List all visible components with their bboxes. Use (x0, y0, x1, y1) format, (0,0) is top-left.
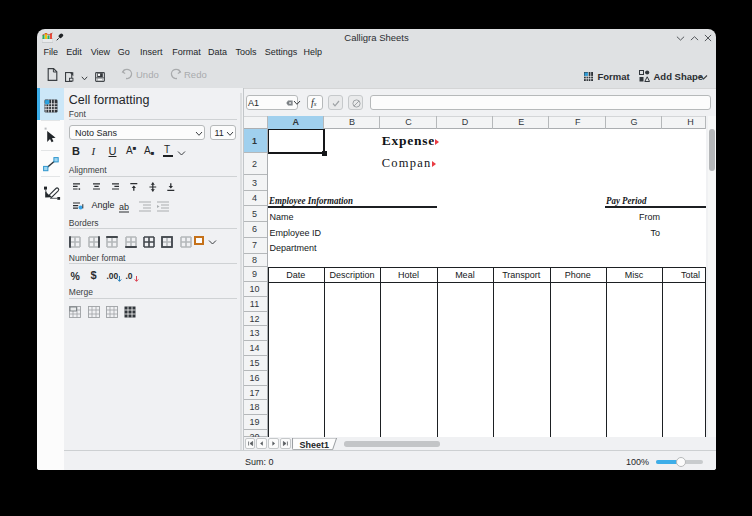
svg-text:b: b (124, 202, 129, 212)
